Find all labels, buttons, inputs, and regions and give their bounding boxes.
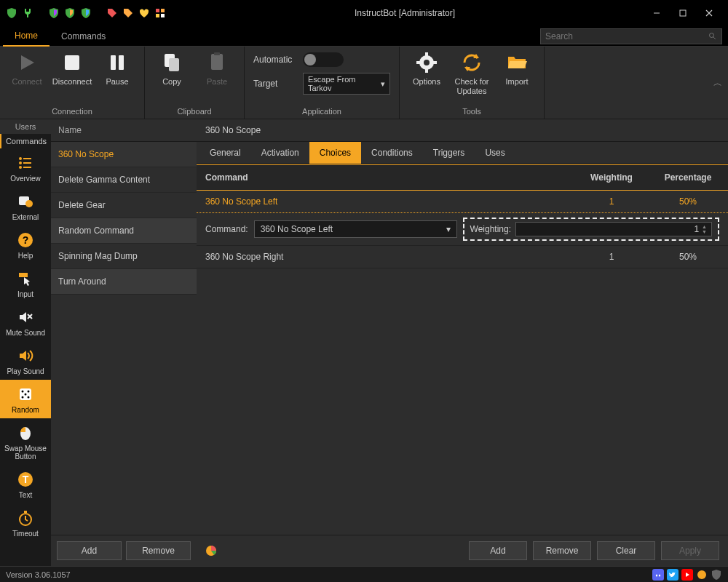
list-icon bbox=[15, 153, 36, 173]
cell-weighting: 1 bbox=[575, 191, 648, 212]
play-icon bbox=[15, 51, 39, 74]
pie-chart-icon[interactable] bbox=[205, 545, 217, 557]
main-clear-button[interactable]: Clear bbox=[597, 541, 655, 560]
subtab-general[interactable]: General bbox=[199, 142, 251, 164]
svg-rect-2 bbox=[156, 14, 159, 17]
copy-icon bbox=[160, 51, 183, 74]
search-input[interactable] bbox=[545, 31, 708, 41]
list-remove-button[interactable]: Remove bbox=[126, 541, 191, 560]
paste-button[interactable]: Paste bbox=[196, 51, 238, 87]
subtab-conditions[interactable]: Conditions bbox=[361, 142, 423, 164]
tag-icon-2 bbox=[122, 7, 134, 19]
svg-rect-17 bbox=[416, 61, 421, 64]
weighting-input[interactable]: 1 ▲▼ bbox=[515, 222, 712, 236]
automatic-toggle[interactable] bbox=[303, 52, 344, 67]
list-add-button[interactable]: Add bbox=[57, 541, 122, 560]
svg-rect-6 bbox=[65, 55, 79, 70]
nav-item-overview[interactable]: Overview bbox=[0, 148, 51, 187]
maximize-button[interactable] bbox=[670, 0, 696, 26]
list-item[interactable]: 360 No Scope bbox=[51, 142, 197, 167]
list-item[interactable]: Random Command bbox=[51, 218, 197, 244]
nav-item-timeout[interactable]: Timeout bbox=[0, 503, 51, 542]
nav-item-play-sound[interactable]: Play Sound bbox=[0, 341, 51, 380]
cell-percentage: 50% bbox=[648, 191, 728, 212]
options-button[interactable]: Options bbox=[405, 51, 448, 87]
external-icon bbox=[15, 191, 36, 212]
discord-icon[interactable] bbox=[652, 569, 664, 581]
grid-row[interactable]: 360 No Scope Right 1 50% bbox=[197, 246, 728, 268]
sound-icon bbox=[15, 346, 36, 366]
subtab-choices[interactable]: Choices bbox=[309, 142, 361, 164]
nav-item-mute-sound[interactable]: Mute Sound bbox=[0, 303, 51, 341]
subtab-activation[interactable]: Activation bbox=[251, 142, 309, 164]
list-item[interactable]: Delete Gamma Content bbox=[51, 167, 197, 193]
svg-point-34 bbox=[22, 396, 24, 399]
grid-row[interactable]: 360 No Scope Left 1 50% bbox=[197, 191, 728, 213]
main-remove-button[interactable]: Remove bbox=[533, 541, 591, 560]
pause-button[interactable]: Pause bbox=[96, 51, 138, 87]
ribbon-collapse-icon[interactable]: ︿ bbox=[713, 76, 722, 89]
nav-item-input[interactable]: Input bbox=[0, 264, 51, 303]
minimize-button[interactable] bbox=[644, 0, 670, 26]
twitter-icon[interactable] bbox=[667, 569, 678, 581]
svg-rect-7 bbox=[111, 55, 116, 70]
svg-rect-23 bbox=[23, 162, 31, 164]
subtab-triggers[interactable]: Triggers bbox=[423, 142, 475, 164]
svg-rect-16 bbox=[425, 68, 428, 73]
text-icon: T bbox=[15, 469, 36, 490]
body: Users Commands Overview External ? Help … bbox=[0, 119, 728, 566]
window-controls bbox=[644, 0, 722, 26]
cell-percentage: 50% bbox=[648, 246, 728, 268]
nav-tab-users[interactable]: Users bbox=[0, 119, 51, 134]
svg-rect-29 bbox=[19, 273, 28, 277]
nav-item-text[interactable]: T Text bbox=[0, 465, 51, 503]
svg-point-35 bbox=[28, 396, 30, 399]
check-updates-button[interactable]: Check for Updates bbox=[451, 51, 493, 96]
svg-rect-1 bbox=[161, 9, 165, 12]
youtube-icon[interactable] bbox=[681, 569, 693, 581]
list-item[interactable]: Delete Gear bbox=[51, 193, 197, 218]
tab-home[interactable]: Home bbox=[3, 26, 50, 47]
svg-rect-4 bbox=[680, 10, 686, 16]
shield-icon-3 bbox=[64, 7, 76, 19]
shield-icon-2 bbox=[48, 7, 60, 19]
nav-item-help[interactable]: ? Help bbox=[0, 226, 51, 264]
nav-tab-commands[interactable]: Commands bbox=[0, 134, 51, 148]
svg-rect-0 bbox=[156, 9, 159, 12]
copy-button[interactable]: Copy bbox=[151, 51, 193, 87]
sub-tabs: General Activation Choices Conditions Tr… bbox=[197, 142, 728, 164]
subtab-uses[interactable]: Uses bbox=[475, 142, 515, 164]
main-title: 360 No Scope bbox=[197, 119, 728, 142]
nav-item-swap-mouse[interactable]: Swap Mouse Button bbox=[0, 418, 51, 465]
heart-icon bbox=[138, 7, 150, 19]
list-item[interactable]: Turn Around bbox=[51, 269, 197, 295]
spinner-icon[interactable]: ▲▼ bbox=[702, 224, 707, 234]
ribbon-group-tools: Options Check for Updates Import Tools bbox=[400, 47, 545, 119]
shield-icon-4 bbox=[80, 7, 92, 19]
ribbon-group-connection: Connect Disconnect Pause Connection bbox=[0, 47, 145, 119]
edit-command-select[interactable]: 360 No Scope Left ▾ bbox=[254, 220, 457, 238]
list-item[interactable]: Spinning Mag Dump bbox=[51, 244, 197, 269]
folder-open-icon bbox=[505, 51, 529, 74]
pause-icon bbox=[106, 51, 129, 74]
connect-button[interactable]: Connect bbox=[6, 51, 48, 87]
status-shield-icon[interactable] bbox=[711, 569, 722, 581]
close-button[interactable] bbox=[696, 0, 722, 26]
cursor-icon bbox=[15, 268, 36, 289]
main-add-button[interactable]: Add bbox=[469, 541, 527, 560]
settings-icon[interactable] bbox=[696, 569, 708, 581]
nav-item-external[interactable]: External bbox=[0, 187, 51, 226]
disconnect-button[interactable]: Disconnect bbox=[51, 51, 93, 87]
search-box[interactable] bbox=[540, 28, 722, 44]
paste-icon bbox=[205, 51, 229, 74]
tab-commands[interactable]: Commands bbox=[50, 27, 117, 46]
svg-rect-18 bbox=[432, 61, 437, 64]
nav-item-random[interactable]: Random bbox=[0, 380, 51, 418]
status-icons bbox=[652, 569, 722, 581]
svg-rect-11 bbox=[211, 54, 223, 70]
import-button[interactable]: Import bbox=[496, 51, 538, 87]
svg-rect-8 bbox=[119, 55, 124, 70]
target-select[interactable]: Escape From Tarkov ▾ bbox=[303, 73, 390, 95]
svg-point-47 bbox=[697, 570, 706, 579]
main-apply-button[interactable]: Apply bbox=[661, 541, 719, 560]
